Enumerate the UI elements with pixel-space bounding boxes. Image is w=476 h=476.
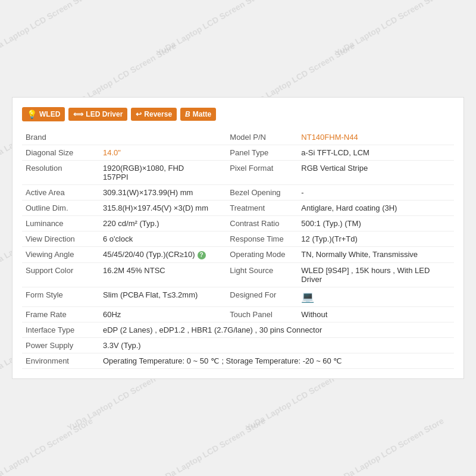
table-row: Support Color16.2M 45% NTSCLight SourceW… [22, 262, 454, 287]
spec-label-left: Frame Rate [22, 306, 99, 322]
wled-icon: 💡 [27, 109, 37, 119]
table-row: View Direction6 o'clockResponse Time12 (… [22, 231, 454, 247]
spec-value-right: WLED [9S4P] , 15K hours , With LED Drive… [298, 262, 454, 287]
column-divider [214, 161, 226, 185]
badge-reverse: ↩ Reverse [131, 108, 177, 121]
table-row: Active Area309.31(W)×173.99(H) mmBezel O… [22, 185, 454, 201]
column-divider [214, 287, 226, 306]
spec-value-right: - [298, 185, 454, 201]
spec-label-right: Designed For [226, 287, 298, 306]
spec-label-left: Support Color [22, 262, 99, 287]
spec-value-full: 3.3V (Typ.) [99, 337, 454, 353]
spec-label-right: Treatment [226, 201, 298, 216]
table-row: Viewing Angle45/45/20/40 (Typ.)(CR≥10)?O… [22, 247, 454, 263]
spec-label-right: Model P/N [226, 130, 298, 145]
reverse-icon: ↩ [136, 110, 142, 118]
spec-value-left: 16.2M 45% NTSC [99, 262, 214, 287]
spec-label-left: Viewing Angle [22, 247, 99, 263]
spec-label-right: Light Source [226, 262, 298, 287]
spec-label-left: Resolution [22, 161, 99, 185]
spec-value-left: 309.31(W)×173.99(H) mm [99, 185, 214, 201]
column-divider [214, 201, 226, 216]
laptop-icon: 💻 [301, 291, 314, 303]
table-row: BrandModel P/NNT140FHM-N44 [22, 130, 454, 145]
spec-value-left: 1920(RGB)×1080, FHD 157PPI [99, 161, 214, 185]
spec-label-left: Diagonal Size [22, 145, 99, 161]
spec-label-right: Response Time [226, 231, 298, 247]
spec-value-left: 315.8(H)×197.45(V) ×3(D) mm [99, 201, 214, 216]
column-divider [214, 145, 226, 161]
reverse-label: Reverse [144, 110, 172, 118]
spec-label-right: Touch Panel [226, 306, 298, 322]
spec-value-right: 12 (Typ.)(Tr+Td) [298, 231, 454, 247]
specs-table: BrandModel P/NNT140FHM-N44Diagonal Size1… [22, 130, 454, 369]
wled-label: WLED [39, 110, 60, 118]
spec-label-left: Active Area [22, 185, 99, 201]
spec-label-right: Operating Mode [226, 247, 298, 263]
led-label: LED Driver [86, 110, 123, 118]
spec-label-right: Pixel Format [226, 161, 298, 185]
column-divider [214, 130, 226, 145]
badge-matte: B Matte [180, 108, 216, 121]
product-card: 💡 WLED ⟺ LED Driver ↩ Reverse B Matte Br… [12, 97, 464, 379]
badge-led: ⟺ LED Driver [68, 108, 127, 121]
spec-value-right: 500:1 (Typ.) (TM) [298, 216, 454, 231]
column-divider [214, 306, 226, 322]
table-row: Luminance220 cd/m² (Typ.)Contrast Ratio5… [22, 216, 454, 231]
spec-label-left: Form Style [22, 287, 99, 306]
spec-value-right: RGB Vertical Stripe [298, 161, 454, 185]
column-divider [214, 185, 226, 201]
spec-label-left: Brand [22, 130, 99, 145]
spec-label-full: Environment [22, 353, 99, 368]
spec-label-left: Outline Dim. [22, 201, 99, 216]
spec-value-left: 60Hz [99, 306, 214, 322]
spec-value-left[interactable]: 14.0" [99, 145, 214, 161]
column-divider [214, 262, 226, 287]
table-row: EnvironmentOperating Temperature: 0 ~ 50… [22, 353, 454, 368]
table-row: Diagonal Size14.0"Panel Typea-Si TFT-LCD… [22, 145, 454, 161]
spec-value-right: Without [298, 306, 454, 322]
spec-value-full: Operating Temperature: 0 ~ 50 ℃ ; Storag… [99, 353, 454, 368]
spec-value-right: Antiglare, Hard coating (3H) [298, 201, 454, 216]
help-icon[interactable]: ? [198, 251, 206, 259]
spec-label-left: View Direction [22, 231, 99, 247]
spec-label-right: Contrast Ratio [226, 216, 298, 231]
spec-value-left: 6 o'clock [99, 231, 214, 247]
spec-value-left: Slim (PCBA Flat, T≤3.2mm) [99, 287, 214, 306]
spec-value-right[interactable]: NT140FHM-N44 [298, 130, 454, 145]
column-divider [214, 231, 226, 247]
matte-icon: B [185, 110, 190, 118]
badge-row: 💡 WLED ⟺ LED Driver ↩ Reverse B Matte [22, 107, 454, 121]
matte-label: Matte [193, 110, 211, 118]
table-row: Outline Dim.315.8(H)×197.45(V) ×3(D) mmT… [22, 201, 454, 216]
table-row: Resolution1920(RGB)×1080, FHD 157PPIPixe… [22, 161, 454, 185]
spec-label-full: Power Supply [22, 337, 99, 353]
column-divider [214, 216, 226, 231]
spec-label-left: Luminance [22, 216, 99, 231]
column-divider [214, 247, 226, 263]
spec-value-right: TN, Normally White, Transmissive [298, 247, 454, 263]
table-row: Frame Rate60HzTouch PanelWithout [22, 306, 454, 322]
table-row: Power Supply3.3V (Typ.) [22, 337, 454, 353]
spec-label-right: Panel Type [226, 145, 298, 161]
spec-value-left: 220 cd/m² (Typ.) [99, 216, 214, 231]
led-icon: ⟺ [73, 110, 83, 118]
spec-value-left: 45/45/20/40 (Typ.)(CR≥10)? [99, 247, 214, 263]
spec-value-right: 💻 [298, 287, 454, 306]
spec-value-full: eDP (2 Lanes) , eDP1.2 , HBR1 (2.7G/lane… [99, 322, 454, 337]
spec-label-right: Bezel Opening [226, 185, 298, 201]
spec-value-left [99, 130, 214, 145]
spec-label-full: Interface Type [22, 322, 99, 337]
table-row: Interface TypeeDP (2 Lanes) , eDP1.2 , H… [22, 322, 454, 337]
badge-wled: 💡 WLED [22, 107, 65, 121]
spec-value-right: a-Si TFT-LCD, LCM [298, 145, 454, 161]
table-row: Form StyleSlim (PCBA Flat, T≤3.2mm)Desig… [22, 287, 454, 306]
